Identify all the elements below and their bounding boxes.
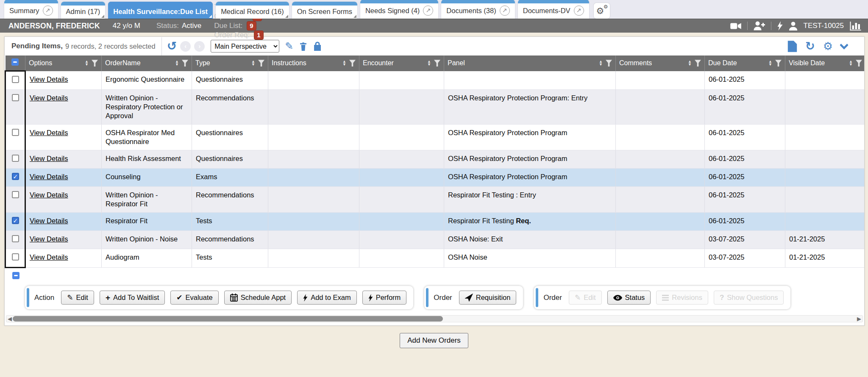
undo-icon[interactable]: ↺	[167, 41, 177, 52]
tab-menu-corner-icon	[101, 15, 104, 18]
tab-accent-strip	[441, 0, 515, 3]
scroll-left-icon[interactable]: ◀	[8, 316, 12, 322]
schedule-appt-button[interactable]: Schedule Appt	[224, 291, 292, 305]
tab-health-surveillance-due-list[interactable]: Health Surveillance:Due List	[108, 2, 213, 19]
counter-badge[interactable]: 9	[247, 21, 256, 30]
filter-funnel-icon[interactable]	[258, 60, 264, 67]
sort-icon[interactable]: ▲▼	[85, 60, 89, 66]
new-document-icon[interactable]	[787, 41, 797, 52]
tab-admin-17[interactable]: Admin (17)	[61, 2, 106, 19]
row-checkbox[interactable]	[12, 253, 19, 261]
tab-label: Admin (17)	[66, 8, 100, 16]
encounter-cell	[359, 213, 444, 231]
counter-badge[interactable]: 1	[254, 30, 263, 40]
row-checkbox[interactable]	[12, 94, 19, 101]
eye-icon	[613, 295, 622, 301]
popout-icon[interactable]: ↗	[500, 6, 510, 16]
filter-funnel-icon[interactable]	[606, 60, 612, 67]
view-details-link[interactable]: View Details	[30, 217, 68, 225]
view-details-link[interactable]: View Details	[30, 75, 68, 83]
row-checkbox[interactable]	[12, 155, 19, 162]
view-details-link[interactable]: View Details	[30, 129, 68, 136]
table-row: View DetailsErgonomic QuestionnaireQuest…	[6, 71, 865, 90]
tab-documents-38[interactable]: Documents (38)↗	[441, 0, 515, 19]
column-header-panel: Panel▲▼	[444, 55, 616, 71]
add-to-waitlist-button[interactable]: +Add To Waitlist	[100, 291, 165, 305]
tab-menu-corner-icon	[285, 15, 288, 18]
select-all-checkbox[interactable]	[12, 272, 19, 279]
status-button[interactable]: Status	[607, 291, 651, 305]
filter-funnel-icon[interactable]	[434, 60, 440, 67]
filter-funnel-icon[interactable]	[92, 60, 98, 67]
comments-cell	[616, 90, 705, 125]
row-checkbox[interactable]	[12, 191, 19, 198]
panel-cell: OSHA Noise	[444, 249, 616, 268]
row-checkbox[interactable]	[12, 217, 19, 224]
patient-bar: ANDERSON, FREDERICK 42 y/o M Status: Act…	[0, 19, 868, 33]
view-details-link[interactable]: View Details	[30, 235, 68, 243]
tab-summary[interactable]: Summary↗	[4, 0, 58, 19]
edit-perspective-icon[interactable]: ✎	[285, 42, 293, 51]
pending-items-toolbar: Pending Items, 9 records, 2 records sele…	[5, 37, 864, 55]
row-checkbox-cell	[6, 231, 25, 249]
prev-page-button[interactable]: ‹	[180, 41, 191, 52]
video-call-icon[interactable]	[730, 22, 741, 30]
filter-funnel-icon[interactable]	[182, 60, 188, 67]
due-date-cell: 03-07-2025	[705, 249, 785, 268]
scroll-right-icon[interactable]: ▶	[857, 316, 861, 322]
row-checkbox[interactable]	[12, 129, 19, 136]
sort-icon[interactable]: ▲▼	[175, 60, 179, 66]
perform-button[interactable]: Perform	[362, 291, 407, 305]
sort-icon[interactable]: ▲▼	[251, 60, 255, 66]
view-details-link[interactable]: View Details	[30, 253, 68, 261]
view-details-link[interactable]: View Details	[30, 94, 68, 102]
row-checkbox[interactable]	[12, 235, 19, 242]
bolt-icon[interactable]	[777, 21, 783, 30]
user-icon	[789, 22, 798, 30]
filter-funnel-icon[interactable]	[775, 60, 782, 67]
delete-perspective-icon[interactable]	[299, 42, 308, 51]
patient-age-sex: 42 y/o M	[113, 22, 140, 30]
add-new-orders-button[interactable]: Add New Orders	[400, 333, 468, 348]
tab-documents-dv[interactable]: Documents-DV↗	[518, 0, 589, 19]
perspective-select[interactable]: Main Perspective	[211, 40, 279, 53]
horizontal-scrollbar[interactable]: ◀ ▶	[6, 315, 863, 322]
popout-icon[interactable]: ↗	[43, 6, 53, 16]
view-details-link[interactable]: View Details	[30, 173, 68, 180]
add-to-exam-button[interactable]: Add to Exam	[297, 291, 356, 305]
sort-icon[interactable]: ▲▼	[849, 60, 853, 66]
filter-funnel-icon[interactable]	[695, 60, 701, 67]
stats-chart-icon[interactable]	[850, 22, 861, 30]
sort-icon[interactable]: ▲▼	[427, 60, 431, 66]
lock-perspective-icon[interactable]	[313, 41, 322, 51]
add-person-icon[interactable]	[754, 21, 765, 30]
instructions-cell	[268, 169, 359, 187]
sort-icon[interactable]: ▲▼	[342, 60, 346, 66]
sort-icon[interactable]: ▲▼	[688, 60, 692, 66]
tab-on-screen-forms[interactable]: On Screen Forms	[292, 2, 357, 19]
next-page-button[interactable]: ›	[194, 41, 205, 52]
popout-icon[interactable]: ↗	[423, 6, 433, 16]
row-checkbox[interactable]	[12, 173, 19, 180]
filter-funnel-icon[interactable]	[349, 60, 356, 67]
tab-settings-button[interactable]: ⚙⚙	[594, 3, 610, 19]
type-cell: Exams	[192, 169, 268, 187]
popout-icon[interactable]: ↗	[574, 6, 584, 16]
row-checkbox[interactable]	[12, 76, 19, 83]
type-cell: Tests	[192, 213, 268, 231]
edit-button[interactable]: ✎Edit	[61, 291, 94, 305]
tab-needs-signed-4[interactable]: Needs Signed (4)↗	[360, 0, 438, 19]
grid-settings-icon[interactable]: ⚙	[823, 41, 833, 51]
scrollbar-thumb[interactable]	[13, 316, 443, 322]
refresh-icon[interactable]: ↻	[805, 41, 815, 51]
filter-funnel-icon[interactable]	[856, 60, 862, 67]
view-details-link[interactable]: View Details	[30, 191, 68, 199]
tab-medical-record-16[interactable]: Medical Record (16)	[216, 2, 289, 19]
sort-icon[interactable]: ▲▼	[599, 60, 603, 66]
evaluate-button[interactable]: ✔Evaluate	[170, 291, 218, 305]
collapse-chevron-icon[interactable]	[841, 44, 847, 48]
view-details-link[interactable]: View Details	[30, 155, 68, 162]
header-select-all-checkbox[interactable]	[11, 58, 19, 66]
sort-icon[interactable]: ▲▼	[768, 60, 772, 66]
requisition-button[interactable]: Requisition	[459, 291, 517, 305]
